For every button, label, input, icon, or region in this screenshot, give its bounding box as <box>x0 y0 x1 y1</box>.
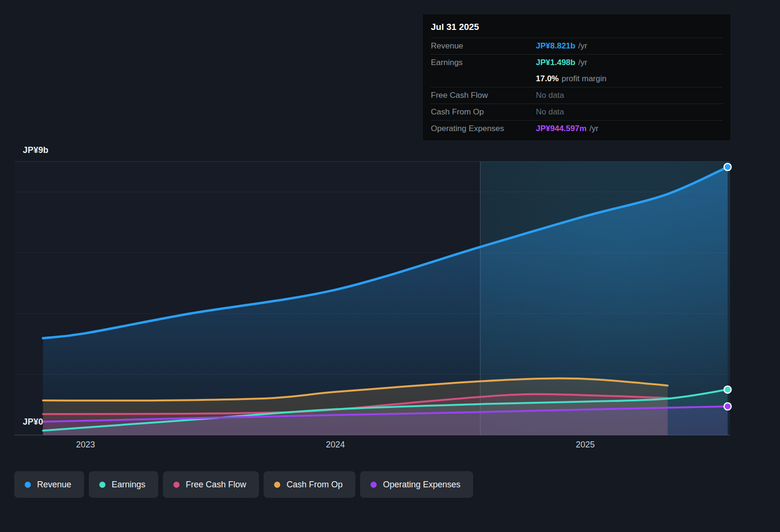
tooltip-row: Operating ExpensesJP¥944.597m/yr <box>431 120 723 137</box>
legend-label: Operating Expenses <box>383 480 460 490</box>
legend-label: Cash From Op <box>286 480 342 490</box>
y-axis-label-zero: JP¥0 <box>23 417 43 427</box>
legend-item-operating-expenses[interactable]: Operating Expenses <box>360 471 473 498</box>
chart-legend: RevenueEarningsFree Cash FlowCash From O… <box>14 471 473 498</box>
tooltip-row-value: JP¥944.597m <box>536 124 587 133</box>
legend-label: Earnings <box>112 480 145 490</box>
tooltip-rows: RevenueJP¥8.821b/yrEarningsJP¥1.498b/yr1… <box>423 38 731 137</box>
chart-tooltip: Jul 31 2025 RevenueJP¥8.821b/yrEarningsJ… <box>423 14 731 141</box>
tooltip-row-label: Earnings <box>431 58 536 67</box>
series-end-marker-earnings <box>724 386 731 393</box>
tooltip-row-value: JP¥8.821b <box>536 41 575 51</box>
tooltip-row-label: Free Cash Flow <box>431 91 536 100</box>
tooltip-row: EarningsJP¥1.498b/yr <box>431 54 723 71</box>
y-axis-label-top: JP¥9b <box>23 145 48 155</box>
tooltip-row-value: 17.0% <box>536 74 559 84</box>
legend-dot <box>371 482 377 488</box>
x-tick-2023: 2023 <box>76 440 95 450</box>
tooltip-row-value: No data <box>536 107 564 117</box>
tooltip-row-suffix: profit margin <box>561 74 606 84</box>
series-end-marker-revenue <box>724 163 731 171</box>
tooltip-row-suffix: /yr <box>578 41 587 51</box>
tooltip-row: RevenueJP¥8.821b/yr <box>431 38 723 54</box>
legend-item-cash-from-op[interactable]: Cash From Op <box>264 471 355 498</box>
tooltip-date: Jul 31 2025 <box>423 15 731 38</box>
tooltip-row-label: Cash From Op <box>431 107 536 117</box>
legend-label: Free Cash Flow <box>186 480 246 490</box>
legend-item-revenue[interactable]: Revenue <box>14 471 84 498</box>
tooltip-row-suffix: /yr <box>590 124 599 133</box>
tooltip-row: Cash From OpNo data <box>431 104 723 120</box>
x-tick-2025: 2025 <box>576 440 595 450</box>
legend-dot <box>25 482 31 488</box>
tooltip-row-value: JP¥1.498b <box>536 58 575 67</box>
series-end-marker-operating-expenses <box>724 403 731 410</box>
tooltip-row-label: Revenue <box>431 41 536 51</box>
tooltip-row: 17.0%profit margin <box>431 71 723 87</box>
legend-item-earnings[interactable]: Earnings <box>89 471 158 498</box>
tooltip-row-label: Operating Expenses <box>431 124 536 133</box>
legend-dot <box>274 482 280 488</box>
legend-item-free-cash-flow[interactable]: Free Cash Flow <box>163 471 259 498</box>
tooltip-row-suffix: /yr <box>578 58 587 67</box>
tooltip-row-value: No data <box>536 91 564 100</box>
legend-label: Revenue <box>37 480 71 490</box>
x-tick-2024: 2024 <box>326 440 345 450</box>
legend-dot <box>99 482 105 488</box>
page: JP¥9b JP¥0 202320242025 Jul 31 2025 Reve… <box>0 0 780 532</box>
legend-dot <box>173 482 180 488</box>
tooltip-row: Free Cash FlowNo data <box>431 87 723 104</box>
